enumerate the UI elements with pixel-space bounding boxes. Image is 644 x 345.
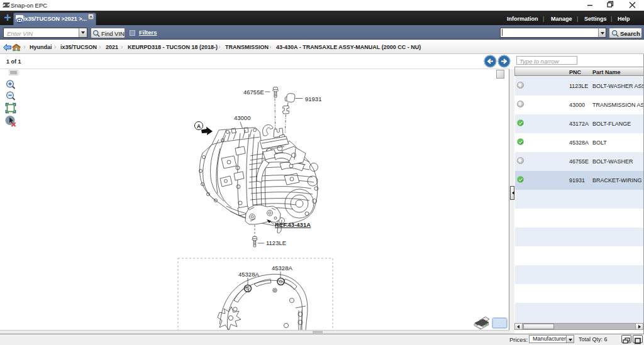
svg-text:91931: 91931 — [305, 96, 321, 102]
svg-text:1123LE: 1123LE — [266, 239, 286, 246]
svg-text:45328A: 45328A — [238, 271, 259, 278]
svg-text:REF.43-431A: REF.43-431A — [275, 221, 311, 228]
svg-text:A: A — [197, 123, 201, 129]
svg-text:43000: 43000 — [234, 114, 250, 121]
svg-text:45328A: 45328A — [272, 265, 292, 271]
svg-text:46755E: 46755E — [243, 89, 264, 96]
